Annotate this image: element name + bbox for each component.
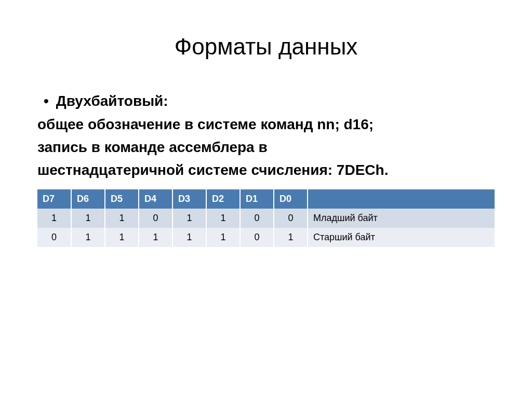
col-header: D6 (71, 189, 105, 209)
col-header: D1 (240, 189, 274, 209)
col-header: D3 (172, 189, 206, 209)
content-area: • Двухбайтовый: общее обозначение в сист… (0, 92, 532, 247)
slide-title: Форматы данных (0, 34, 532, 60)
col-header (308, 189, 495, 209)
bit-cell: 1 (105, 209, 139, 228)
body-line-1: общее обозначение в системе команд nn; d… (37, 115, 495, 134)
table-header-row: D7 D6 D5 D4 D3 D2 D1 D0 (37, 189, 495, 209)
bullet-marker: • (44, 92, 49, 111)
byte-label: Старший байт (308, 228, 495, 247)
bit-cell: 1 (71, 209, 105, 228)
bit-cell: 1 (71, 228, 105, 247)
col-header: D2 (206, 189, 240, 209)
table-wrap: D7 D6 D5 D4 D3 D2 D1 D0 1 1 1 0 1 (37, 189, 495, 247)
bit-cell: 1 (37, 209, 71, 228)
table-row: 1 1 1 0 1 1 0 0 Младший байт (37, 209, 495, 228)
bit-cell: 1 (105, 228, 139, 247)
col-header: D7 (37, 189, 71, 209)
bit-cell: 1 (206, 228, 240, 247)
bit-cell: 0 (139, 209, 172, 228)
body-line-2b: шестнадцатеричной системе счисления: 7DE… (37, 160, 495, 180)
bit-cell: 1 (139, 228, 172, 247)
col-header: D5 (105, 189, 139, 209)
bit-cell: 1 (206, 209, 240, 228)
col-header: D4 (139, 189, 172, 209)
bit-cell: 1 (172, 228, 206, 247)
bit-cell: 1 (274, 228, 308, 247)
bit-cell: 0 (240, 228, 274, 247)
data-table: D7 D6 D5 D4 D3 D2 D1 D0 1 1 1 0 1 (37, 189, 495, 247)
byte-label: Младший байт (308, 209, 495, 228)
bit-cell: 1 (172, 209, 206, 228)
bullet-text: Двухбайтовый: (56, 92, 168, 111)
bullet-line: • Двухбайтовый: (37, 92, 495, 111)
col-header: D0 (274, 189, 308, 209)
body-line-2a: запись в команде ассемблера в (37, 138, 495, 157)
bit-cell: 0 (240, 209, 274, 228)
bit-cell: 0 (37, 228, 71, 247)
bit-cell: 0 (274, 209, 308, 228)
table-row: 0 1 1 1 1 1 0 1 Старший байт (37, 228, 495, 247)
